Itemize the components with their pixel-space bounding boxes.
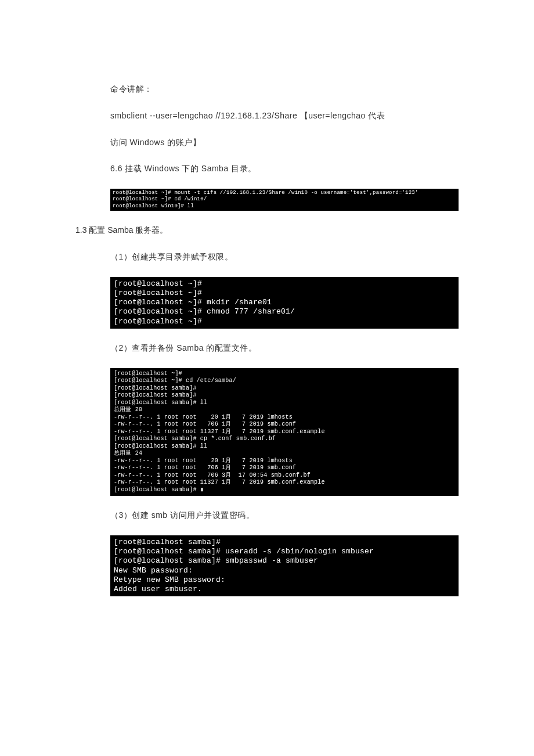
section-1-3-heading: 1.3 配置 Samba 服务器。 [75,224,459,237]
document-page: 命令讲解： smbclient --user=lengchao //192.16… [0,0,534,667]
terminal-mount-cifs: root@localhost ~]# mount -t cifs //192.1… [110,189,459,211]
step-1-heading: （1）创建共享目录并赋予权限。 [110,250,459,264]
section-6-6-heading: 6.6 挂载 Windows 下的 Samba 目录。 [110,162,459,176]
terminal-backup-config-text: [root@localhost ~]# [root@localhost ~]# … [114,370,325,493]
smbclient-command-text: smbclient --user=lengchao //192.168.1.23… [110,109,459,123]
step-2-heading: （2）查看并备份 Samba 的配置文件。 [110,341,459,355]
terminal-create-smbuser: [root@localhost samba]# [root@localhost … [110,535,459,597]
command-explanation-heading: 命令讲解： [110,82,459,96]
terminal-backup-config: [root@localhost ~]# [root@localhost ~]# … [110,368,459,496]
terminal-create-share-dir: [root@localhost ~]# [root@localhost ~]# … [110,277,459,329]
cursor-icon: ▮ [200,487,204,493]
step-3-heading: （3）创建 smb 访问用户并设置密码。 [110,509,459,523]
visit-windows-text: 访问 Windows 的账户】 [110,136,459,150]
